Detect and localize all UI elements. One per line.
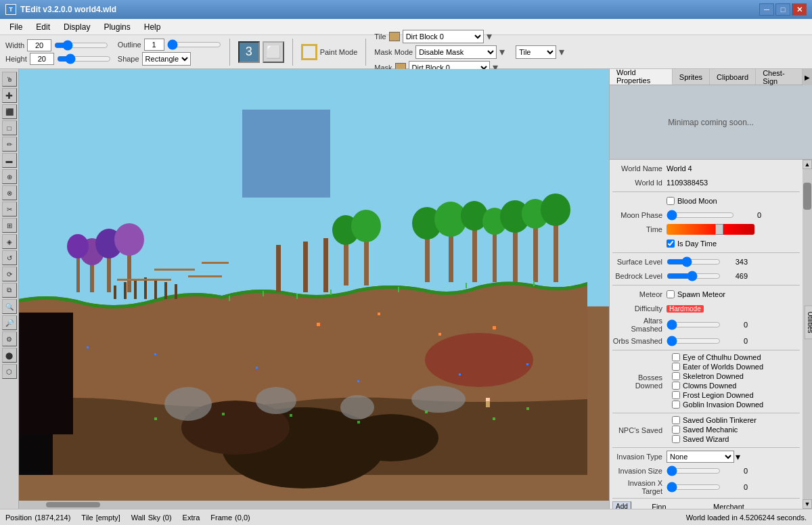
moon-phase-value: 0 (734, 211, 761, 219)
boss-goblin-checkbox[interactable] (672, 401, 680, 409)
svg-rect-25 (533, 223, 538, 282)
blood-moon-checkbox[interactable] (667, 197, 675, 205)
tile-extra-select[interactable]: Tile (516, 45, 556, 59)
close-button[interactable]: ✕ (792, 3, 807, 16)
invasion-type-dropdown-btn[interactable]: ▾ (736, 451, 740, 462)
svg-rect-46 (493, 326, 496, 329)
canvas-horizontal-scrollbar[interactable] (19, 501, 609, 509)
left-tool-13[interactable]: ⟳ (2, 267, 17, 281)
menu-edit[interactable]: Edit (29, 21, 57, 33)
tile-select[interactable]: Dirt Block 0 (403, 30, 484, 43)
left-tool-4[interactable]: □ (2, 120, 17, 135)
svg-rect-65 (526, 363, 528, 365)
svg-point-54 (425, 333, 533, 387)
surface-level-row: Surface Level 343 (612, 256, 800, 268)
left-tool-11[interactable]: ◈ (2, 234, 17, 249)
npcs-saved-section: Saved Goblin Tinkerer Saved Mechanic Sav… (667, 416, 757, 444)
minimize-button[interactable]: ─ (759, 3, 774, 16)
left-tool-5[interactable]: ✏ (2, 137, 17, 152)
eraser-tool-btn[interactable]: ⬜ (263, 41, 284, 63)
left-tool-8[interactable]: ⊗ (2, 185, 17, 200)
vscroll-down-btn[interactable]: ▼ (803, 499, 812, 509)
canvas-hscroll-thumb[interactable] (46, 502, 100, 507)
tile-dropdown-btn[interactable]: ▾ (487, 30, 492, 43)
left-tool-zoom-out[interactable]: 🔎 (2, 315, 17, 330)
left-tool-7[interactable]: ⊕ (2, 169, 17, 184)
boss-eye-checkbox[interactable] (672, 353, 680, 361)
is-day-checkbox[interactable] (667, 239, 675, 248)
altars-smashed-slider[interactable] (667, 321, 721, 329)
time-thumb[interactable] (715, 224, 723, 235)
npc-finn-add-btn[interactable]: Add (612, 501, 631, 509)
svg-point-41 (340, 395, 374, 419)
left-tool-2[interactable]: ✚ (2, 88, 17, 103)
width-slider[interactable] (54, 41, 108, 50)
left-tool-9[interactable]: ✂ (2, 202, 17, 216)
invasion-x-slider[interactable] (667, 483, 721, 491)
left-tool-6[interactable]: ▬ (2, 153, 17, 168)
shape-select[interactable]: Rectangle Ellipse (142, 52, 191, 66)
svg-rect-53 (533, 281, 535, 286)
left-tool-zoom-in[interactable]: 🔍 (2, 299, 17, 314)
mask-mode-select[interactable]: Disable Mask Match Tile (415, 45, 497, 59)
height-input[interactable] (30, 53, 54, 65)
window-title: TEdit v3.2.0.0 world4.wld (20, 5, 759, 14)
time-slider[interactable] (667, 224, 754, 235)
invasion-size-slider[interactable] (667, 467, 721, 475)
mask-mode-dropdown-btn[interactable]: ▾ (499, 45, 505, 58)
boss-frost-checkbox[interactable] (672, 391, 680, 399)
world-canvas-area[interactable] (19, 69, 609, 501)
boss-skeletron-label: Skeletron Downed (683, 372, 744, 380)
tab-sprites[interactable]: Sprites (673, 69, 710, 85)
moon-phase-label: Moon Phase (612, 211, 667, 219)
tile-dropdown-extra: Tile ▾ (516, 45, 564, 59)
boss-clowns-checkbox[interactable] (672, 382, 680, 390)
tab-chest-sign[interactable]: Chest-Sign (756, 69, 803, 85)
brush-tool-btn[interactable]: 3 (238, 41, 260, 63)
left-tool-3[interactable]: ⬛ (2, 104, 17, 119)
orbs-smashed-slider[interactable] (667, 337, 721, 345)
width-input[interactable] (27, 39, 51, 51)
orbs-smashed-value: 0 (721, 337, 748, 345)
moon-phase-slider[interactable] (667, 211, 734, 219)
npc-goblin-tinkerer-checkbox[interactable] (672, 416, 680, 424)
left-tool-14[interactable]: ⧉ (2, 283, 17, 298)
left-tool-10[interactable]: ⊞ (2, 218, 17, 233)
bedrock-level-row: Bedrock Level 469 (612, 270, 800, 282)
bedrock-level-slider[interactable] (667, 272, 721, 280)
meteor-label: Meteor (612, 290, 667, 298)
tab-clipboard[interactable]: Clipboard (710, 69, 756, 85)
meteor-checkbox[interactable] (667, 290, 675, 298)
outline-input[interactable] (144, 39, 164, 51)
menu-plugins[interactable]: Plugins (97, 21, 137, 33)
npc-wizard-checkbox[interactable] (672, 435, 680, 443)
invasion-type-select[interactable]: None Goblin Army (667, 451, 734, 463)
svg-rect-64 (459, 373, 461, 375)
svg-point-40 (411, 386, 466, 413)
maximize-button[interactable]: □ (775, 3, 790, 16)
surface-level-slider[interactable] (667, 258, 721, 266)
boss-eow-checkbox[interactable] (672, 363, 680, 371)
left-tool-1[interactable]: 🖱 (2, 72, 17, 87)
left-tool-settings[interactable]: ⚙ (2, 332, 17, 346)
boss-skeletron-checkbox[interactable] (672, 372, 680, 380)
shape-label: Shape (118, 55, 139, 63)
window-controls[interactable]: ─ □ ✕ (759, 3, 807, 16)
tab-world-properties[interactable]: World Properties (610, 69, 673, 85)
height-slider[interactable] (57, 54, 111, 64)
left-tool-hex[interactable]: ⬡ (2, 364, 17, 379)
menu-help[interactable]: Help (137, 21, 168, 33)
menu-display[interactable]: Display (57, 21, 97, 33)
menu-file[interactable]: File (3, 21, 29, 33)
tile-extra-dropdown-btn[interactable]: ▾ (559, 45, 564, 58)
left-tool-fill[interactable]: ⬤ (2, 348, 17, 363)
time-label: Time (612, 225, 667, 233)
tabs-arrow[interactable]: ▶ (803, 69, 812, 85)
vscroll-up-btn[interactable]: ▲ (803, 160, 812, 169)
outline-slider[interactable] (167, 40, 221, 49)
utilities-tab[interactable]: Utilities (804, 306, 812, 340)
tile-status-label: Tile (81, 513, 93, 522)
left-tool-12[interactable]: ↺ (2, 250, 17, 265)
vscroll-thumb[interactable] (803, 183, 811, 210)
npc-mechanic-checkbox[interactable] (672, 426, 680, 434)
